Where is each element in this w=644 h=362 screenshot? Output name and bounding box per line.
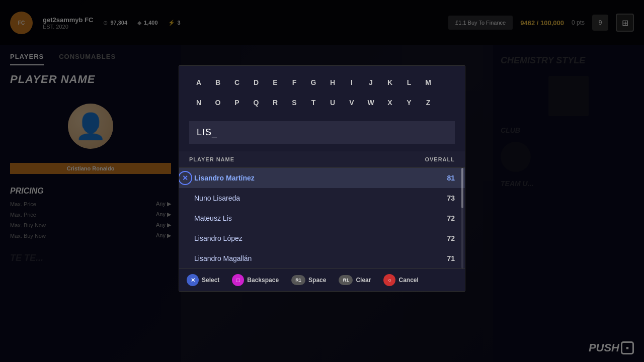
alpha-key-W[interactable]: W [361,94,380,111]
alpha-key-F[interactable]: F [285,73,304,91]
alpha-key-V[interactable]: V [342,94,361,111]
alpha-key-X[interactable]: X [380,94,399,111]
result-player-name: Mateusz Lis [189,214,232,222]
result-row[interactable]: Lisandro López72 [179,228,465,248]
result-row[interactable]: Mateusz Lis72 [179,208,465,228]
action-btn-select[interactable]: ✕Select [187,274,219,286]
alpha-key-Q[interactable]: Q [247,94,266,111]
results-header: PLAYER NAME OVERALL [179,151,465,168]
alpha-key-T[interactable]: T [304,94,323,111]
col-player-name: PLAYER NAME [189,156,234,162]
action-label-select: Select [202,277,219,284]
result-overall: 72 [447,214,455,222]
alpha-key-C[interactable]: C [227,73,247,91]
result-row[interactable]: Lisandro Magallán71 [179,248,465,268]
alpha-key-P[interactable]: P [227,94,247,111]
alpha-key-R[interactable]: R [266,94,285,111]
alpha-key-I[interactable]: I [342,73,361,91]
alpha-key-L[interactable]: L [399,73,419,91]
action-bar: ✕Select□BackspaceR1SpaceR1Clear○Cancel [179,268,465,291]
alpha-key-G[interactable]: G [304,73,323,91]
result-row[interactable]: ✕Lisandro Martínez81 [179,168,465,188]
results-section: PLAYER NAME OVERALL ✕Lisandro Martínez81… [179,151,465,268]
result-overall: 73 [447,194,455,202]
alpha-key-K[interactable]: K [380,73,399,91]
alpha-key-D[interactable]: D [247,73,266,91]
results-list: ✕Lisandro Martínez81Nuno Lisareda73Mateu… [179,168,465,268]
alphabet-row-2: NOPQRSTUVWXYZ [189,94,455,111]
alpha-key-U[interactable]: U [323,94,342,111]
result-player-name: Lisandro Magallán [189,254,252,262]
r1-icon: R1 [339,275,353,285]
alpha-key-M[interactable]: M [419,73,438,91]
alphabet-keyboard: ABCDEFGHIJKLM NOPQRSTUVWXYZ [179,66,465,119]
alphabet-row-1: ABCDEFGHIJKLM [189,73,455,91]
alpha-key-Z[interactable]: Z [419,94,438,111]
action-btn-cancel[interactable]: ○Cancel [383,274,418,286]
square-icon: □ [232,274,244,286]
action-label-space: Space [308,277,326,284]
result-player-name: Nuno Lisareda [189,194,240,202]
r1-icon: R1 [291,275,305,285]
alpha-key-A[interactable]: A [189,73,208,91]
search-modal: ABCDEFGHIJKLM NOPQRSTUVWXYZ PLAYER NAME … [179,65,465,292]
alpha-key-E[interactable]: E [266,73,285,91]
result-row[interactable]: Nuno Lisareda73 [179,188,465,208]
alpha-key-H[interactable]: H [323,73,342,91]
action-label-clear: Clear [356,277,371,284]
result-overall: 71 [447,254,455,262]
action-label-backspace: Backspace [247,277,279,284]
scrollbar[interactable] [461,168,463,268]
action-label-cancel: Cancel [398,277,418,284]
alpha-key-N[interactable]: N [189,94,208,111]
alpha-key-B[interactable]: B [208,73,227,91]
action-btn-backspace[interactable]: □Backspace [232,274,279,286]
alpha-key-S[interactable]: S [285,94,304,111]
alpha-key-J[interactable]: J [361,73,380,91]
selected-icon: ✕ [179,171,192,185]
action-btn-space[interactable]: R1Space [291,275,326,285]
alpha-key-O[interactable]: O [208,94,227,111]
result-overall: 81 [447,174,455,182]
result-overall: 72 [447,234,455,242]
circle-icon: ○ [383,274,395,286]
search-input-section [179,119,465,151]
result-player-name: Lisandro Martínez [189,174,255,182]
x-icon: ✕ [187,274,199,286]
alpha-key-Y[interactable]: Y [399,94,419,111]
result-player-name: Lisandro López [189,234,243,242]
scroll-thumb [461,168,463,208]
player-search-input[interactable] [189,121,455,144]
col-overall: OVERALL [425,156,455,162]
action-btn-clear[interactable]: R1Clear [339,275,371,285]
